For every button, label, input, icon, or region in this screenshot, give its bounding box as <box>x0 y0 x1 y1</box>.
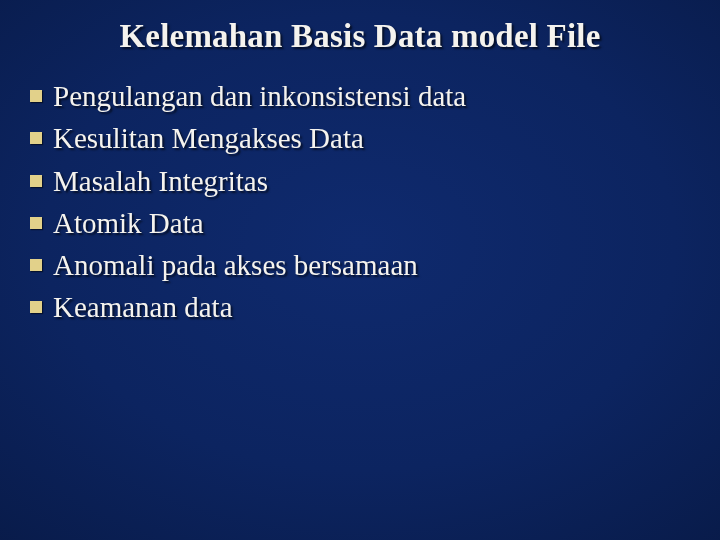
list-item-text: Atomik Data <box>53 204 204 242</box>
square-bullet-icon <box>30 301 42 313</box>
list-item-text: Anomali pada akses bersamaan <box>53 246 418 284</box>
square-bullet-icon <box>30 90 42 102</box>
slide-title: Kelemahan Basis Data model File <box>0 0 720 55</box>
list-item-text: Kesulitan Mengakses Data <box>53 119 364 157</box>
list-item-text: Pengulangan dan inkonsistensi data <box>53 77 466 115</box>
list-item-text: Keamanan data <box>53 288 233 326</box>
list-item: Pengulangan dan inkonsistensi data <box>30 77 720 115</box>
list-item: Anomali pada akses bersamaan <box>30 246 720 284</box>
list-item: Atomik Data <box>30 204 720 242</box>
square-bullet-icon <box>30 132 42 144</box>
square-bullet-icon <box>30 217 42 229</box>
bullet-list: Pengulangan dan inkonsistensi data Kesul… <box>0 77 720 327</box>
list-item-text: Masalah Integritas <box>53 162 268 200</box>
square-bullet-icon <box>30 259 42 271</box>
list-item: Keamanan data <box>30 288 720 326</box>
list-item: Masalah Integritas <box>30 162 720 200</box>
square-bullet-icon <box>30 175 42 187</box>
list-item: Kesulitan Mengakses Data <box>30 119 720 157</box>
